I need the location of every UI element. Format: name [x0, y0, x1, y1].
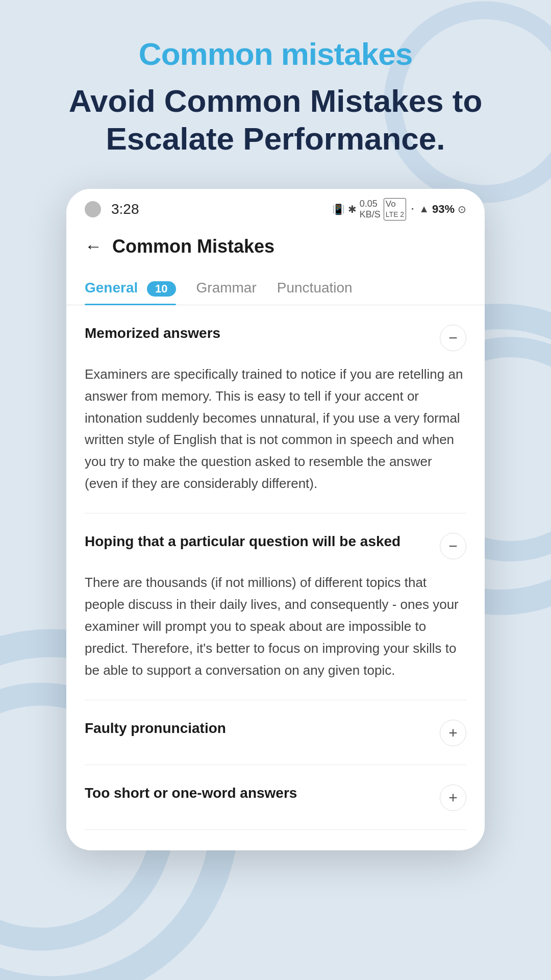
tab-punctuation[interactable]: Punctuation [277, 270, 353, 304]
tab-general-badge: 10 [147, 281, 176, 297]
accordion-hoping: Hoping that a particular question will b… [85, 513, 466, 700]
accordion-tooshort-header: Too short or one-word answers + [85, 783, 466, 811]
tab-grammar[interactable]: Grammar [196, 270, 257, 304]
status-icons: 📳 ✱ 0.05KB/S VoLTE 2 ⬝ ▲ 93% ⊙ [332, 198, 466, 220]
accordion-faulty-header: Faulty pronunciation + [85, 719, 466, 746]
accordion-faulty-toggle[interactable]: + [440, 720, 466, 746]
accordion-memorized-body: Examiners are specifically trained to no… [85, 363, 466, 495]
accordion-faulty: Faulty pronunciation + [85, 700, 466, 765]
accordion-hoping-header: Hoping that a particular question will b… [85, 532, 466, 559]
signal-icon: ▲ [419, 203, 429, 215]
accordion-faulty-title: Faulty pronunciation [85, 719, 430, 738]
phone-mockup: 3:28 📳 ✱ 0.05KB/S VoLTE 2 ⬝ ▲ 93% ⊙ ← Co… [66, 189, 485, 850]
accordion-tooshort-toggle[interactable]: + [440, 785, 466, 811]
accordion-hoping-body: There are thousands (if not millions) of… [85, 572, 466, 681]
status-time: 3:28 [111, 201, 139, 217]
accordion-tooshort-title: Too short or one-word answers [85, 783, 430, 803]
tab-general[interactable]: General 10 [85, 270, 176, 305]
app-title: Common Mistakes [112, 236, 274, 257]
app-header: ← Common Mistakes [66, 226, 485, 270]
battery-label: 93% [432, 203, 455, 216]
back-button[interactable]: ← [85, 236, 102, 256]
status-bar: 3:28 📳 ✱ 0.05KB/S VoLTE 2 ⬝ ▲ 93% ⊙ [66, 189, 485, 226]
headline-main: Avoid Common Mistakes to Escalate Perfor… [41, 82, 510, 158]
headline-accent: Common mistakes [41, 36, 510, 72]
battery-icon: ⊙ [458, 203, 466, 215]
content-area: Memorized answers − Examiners are specif… [66, 305, 485, 830]
vibrate-icon: 📳 [332, 203, 345, 215]
accordion-memorized-header: Memorized answers − [85, 324, 466, 351]
camera-dot [85, 201, 101, 217]
network-icon: ⬝ [409, 203, 416, 216]
tabs-bar: General 10 Grammar Punctuation [66, 270, 485, 305]
bluetooth-icon: ✱ [348, 203, 357, 215]
accordion-hoping-title: Hoping that a particular question will b… [85, 532, 430, 551]
phone-wrapper: 3:28 📳 ✱ 0.05KB/S VoLTE 2 ⬝ ▲ 93% ⊙ ← Co… [0, 189, 551, 850]
accordion-hoping-toggle[interactable]: − [440, 533, 466, 559]
status-left: 3:28 [85, 201, 139, 217]
volte-icon: VoLTE 2 [384, 198, 406, 220]
data-speed: 0.05KB/S [360, 199, 381, 220]
accordion-memorized-toggle[interactable]: − [440, 325, 466, 351]
accordion-memorized: Memorized answers − Examiners are specif… [85, 305, 466, 513]
accordion-tooshort: Too short or one-word answers + [85, 765, 466, 830]
accordion-memorized-title: Memorized answers [85, 324, 430, 343]
top-section: Common mistakes Avoid Common Mistakes to… [0, 0, 551, 189]
